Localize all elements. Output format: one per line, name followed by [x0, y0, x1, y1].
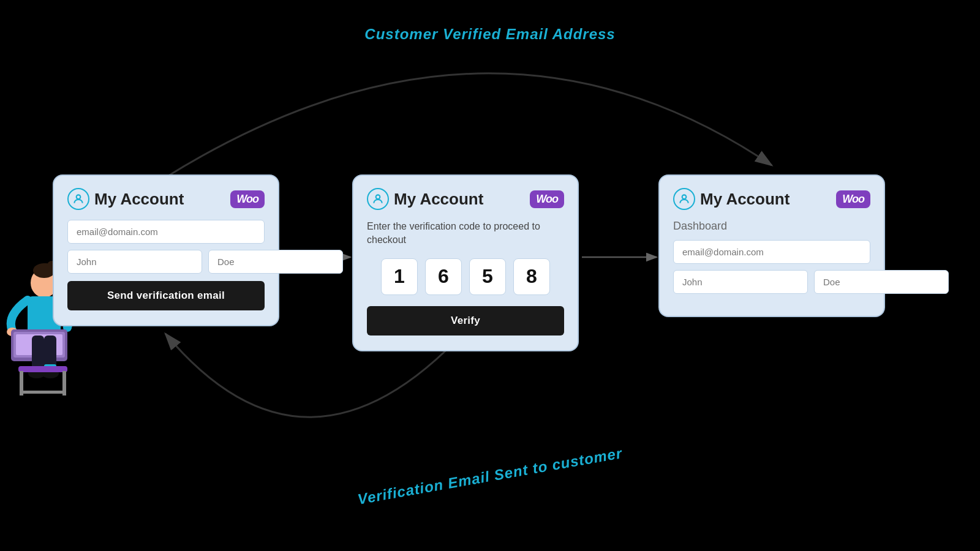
svg-point-24 — [376, 195, 380, 199]
svg-point-23 — [77, 195, 81, 199]
email-field-1[interactable] — [67, 220, 265, 244]
first-name-field-3[interactable] — [673, 270, 808, 294]
card1-title: My Account — [94, 190, 184, 209]
card1-header-left: My Account — [67, 188, 184, 210]
name-row-3 — [673, 270, 870, 294]
verify-instruction: Enter the verification code to proceed t… — [367, 220, 564, 247]
email-field-3[interactable] — [673, 240, 870, 264]
email-icon: ✉ — [477, 491, 503, 528]
card3-header-left: My Account — [673, 188, 790, 210]
woo-badge-3: Woo — [836, 190, 870, 208]
svg-point-8 — [33, 263, 55, 278]
account-icon-2 — [367, 188, 389, 210]
code-row: 1 6 5 8 — [367, 258, 564, 295]
send-verification-button[interactable]: Send verification email — [67, 281, 265, 310]
code-digit-4: 8 — [513, 258, 550, 295]
scene: Customer Verified Email Address Verifica… — [0, 0, 980, 551]
code-digit-3: 5 — [469, 258, 506, 295]
name-row-1 — [67, 250, 265, 274]
card-verify: My Account Woo Enter the verification co… — [352, 174, 579, 351]
woo-badge-1: WWOOoo — [230, 190, 265, 208]
card2-title: My Account — [394, 190, 483, 209]
last-name-field-3[interactable] — [814, 270, 949, 294]
verify-button[interactable]: Verify — [367, 306, 564, 335]
last-name-field-1[interactable] — [208, 250, 343, 274]
woo-badge-2: Woo — [530, 190, 564, 208]
card3-title: My Account — [700, 190, 790, 209]
card2-header: My Account Woo — [367, 188, 564, 210]
svg-point-25 — [682, 195, 687, 199]
svg-rect-19 — [18, 366, 67, 372]
dashboard-label: Dashboard — [673, 220, 870, 233]
account-icon-1 — [67, 188, 89, 210]
card-login: My Account WWOOoo Send verification emai… — [53, 174, 279, 326]
card3-header: My Account Woo — [673, 188, 870, 210]
card2-header-left: My Account — [367, 188, 483, 210]
card1-header: My Account WWOOoo — [67, 188, 265, 210]
svg-rect-22 — [20, 391, 66, 394]
first-name-field-1[interactable] — [67, 250, 202, 274]
account-icon-3 — [673, 188, 695, 210]
code-digit-2: 6 — [425, 258, 462, 295]
card-dashboard: My Account Woo Dashboard — [658, 174, 885, 317]
top-arc-label: Customer Verified Email Address — [364, 26, 615, 43]
code-digit-1: 1 — [381, 258, 418, 295]
